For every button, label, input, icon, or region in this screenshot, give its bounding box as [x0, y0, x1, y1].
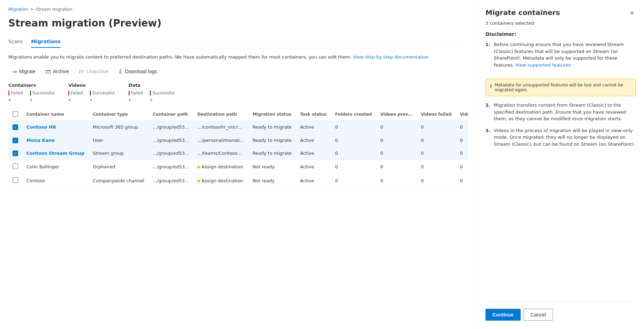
- cell-videos_failed: 0: [417, 121, 456, 134]
- disclaimer-num-2: 2.: [485, 102, 491, 122]
- disclaimer-num-3: 3.: [485, 127, 491, 148]
- cell-folders_created: 0: [331, 174, 376, 188]
- warning-banner: ℹ Metadata for unsupported features will…: [485, 79, 636, 96]
- cell-container_path: .../group/ed53...: [148, 174, 193, 188]
- cell-name: Contoso HR: [22, 121, 89, 134]
- cell-videos_failed: 0: [417, 174, 456, 188]
- disclaimer-text-3: Videos in the process of migration will …: [494, 127, 636, 148]
- table-row[interactable]: ✓Mona KaneUser.../group/ed53....../perso…: [8, 134, 468, 147]
- panel-footer: Continue Cancel: [485, 301, 636, 321]
- disclaimer-text-2: Migration transfers content from Stream …: [494, 102, 636, 122]
- side-panel: Migrate containers ✕ 3 containers select…: [477, 0, 644, 329]
- cell-destination_path: .../contosohr_micr...: [193, 121, 248, 134]
- table-row[interactable]: ContosoCompanywide channel.../group/ed53…: [8, 174, 468, 188]
- videos-stats: Videos Failed - Successful -: [68, 83, 114, 103]
- table-row[interactable]: ✓Contoso Stream GroupStream group.../gro…: [8, 147, 468, 160]
- warning-icon: ℹ: [490, 83, 492, 89]
- breadcrumb-parent[interactable]: Migration: [8, 7, 28, 12]
- cell-type: Microsoft 365 group: [89, 121, 148, 134]
- table-row[interactable]: ✓Contoso HRMicrosoft 365 group.../group/…: [8, 121, 468, 134]
- page-title: Stream migration (Preview): [8, 17, 468, 29]
- cell-destination_path: Assign destination: [193, 174, 248, 188]
- cell-type: Stream group: [89, 147, 148, 160]
- select-all-checkbox[interactable]: [13, 111, 18, 117]
- description: Migrations enable you to migrate content…: [8, 54, 468, 61]
- migrate-button[interactable]: ⇨ Migrate: [8, 66, 40, 77]
- disclaimer-item-3: 3. Videos in the process of migration wi…: [485, 127, 636, 148]
- cancel-button[interactable]: Cancel: [523, 309, 553, 321]
- cell-videos_prev: 0: [376, 147, 417, 160]
- th-migration-status: Migration status: [248, 108, 296, 121]
- unarchive-icon: 🗁: [79, 68, 84, 75]
- selected-count: 3 containers selected: [485, 21, 636, 26]
- cell-folders_created: 0: [331, 121, 376, 134]
- cell-task_status: Active: [296, 134, 331, 147]
- unarchive-button[interactable]: 🗁 Unarchive: [75, 66, 113, 77]
- row-checkbox-2[interactable]: ✓: [13, 151, 18, 156]
- row-checkbox-0[interactable]: ✓: [13, 124, 18, 130]
- cell-videos_failed: 0: [417, 147, 456, 160]
- row-checkbox-1[interactable]: ✓: [13, 138, 18, 143]
- cell-videos_succ: 0: [456, 174, 468, 188]
- tab-scans[interactable]: Scans: [8, 36, 23, 48]
- cell-name: Contoso Stream Group: [22, 147, 89, 160]
- tab-migrations[interactable]: Migrations: [31, 36, 61, 48]
- cell-destination_path: Assign destination: [193, 160, 248, 174]
- th-destination-path: Destination path: [193, 108, 248, 121]
- table-container: Container name Container type Container …: [8, 108, 468, 188]
- data-failed-stat: Failed -: [129, 91, 143, 103]
- videos-failed-stat: Failed -: [68, 91, 83, 103]
- view-docs-link[interactable]: View step by step documentation: [353, 54, 429, 60]
- cell-migration_status: Ready to migrate: [248, 147, 296, 160]
- containers-failed-stat: Failed -: [8, 91, 23, 103]
- migrate-icon: ⇨: [13, 68, 17, 75]
- data-successful-stat: Successful -: [150, 91, 174, 103]
- cell-name: Colin Ballinger: [22, 160, 89, 174]
- cell-videos_prev: 0: [376, 134, 417, 147]
- videos-successful-stat: Successful -: [90, 91, 114, 103]
- row-checkbox-3[interactable]: [13, 163, 18, 169]
- cell-videos_succ: 0: [456, 121, 468, 134]
- cell-container_path: .../group/ed53...: [148, 121, 193, 134]
- archive-icon: 🗃: [45, 68, 51, 75]
- cell-task_status: Active: [296, 147, 331, 160]
- cell-type: Orphaned: [89, 160, 148, 174]
- cell-videos_prev: 0: [376, 121, 417, 134]
- cell-type: User: [89, 134, 148, 147]
- cell-name: Mona Kane: [22, 134, 89, 147]
- warning-dot: [197, 166, 200, 168]
- cell-folders_created: 0: [331, 147, 376, 160]
- containers-successful-stat: Successful -: [30, 91, 54, 103]
- warning-text: Metadata for unsupported features will b…: [495, 83, 631, 92]
- cell-videos_prev: 0: [376, 160, 417, 174]
- th-container-name: Container name: [22, 108, 89, 121]
- cell-folders_created: 0: [331, 134, 376, 147]
- cell-videos_succ: 0: [456, 160, 468, 174]
- archive-button[interactable]: 🗃 Archive: [41, 66, 74, 77]
- disclaimer-list: 1. Before continuing ensure that you hav…: [485, 41, 636, 73]
- cell-type: Companywide channel: [89, 174, 148, 188]
- th-container-path: Container path: [148, 108, 193, 121]
- cell-videos_succ: 0: [456, 147, 468, 160]
- cell-videos_prev: 0: [376, 174, 417, 188]
- download-logs-button[interactable]: ⇩ Download logs: [114, 66, 161, 77]
- cell-container_path: .../group/ed53...: [148, 134, 193, 147]
- toolbar: ⇨ Migrate 🗃 Archive 🗁 Unarchive ⇩ Downlo…: [8, 66, 468, 77]
- breadcrumb-current: Stream migration: [36, 7, 72, 12]
- disclaimer-num-1: 1.: [485, 41, 491, 68]
- row-checkbox-4[interactable]: [13, 177, 18, 183]
- table-row[interactable]: Colin BallingerOrphaned.../group/ed53...…: [8, 160, 468, 174]
- side-panel-title: Migrate containers: [485, 8, 560, 17]
- cell-videos_succ: 0: [456, 134, 468, 147]
- continue-button[interactable]: Continue: [485, 309, 521, 321]
- disclaimer-list-2: 2. Migration transfers content from Stre…: [485, 102, 636, 152]
- cell-name: Contoso: [22, 174, 89, 188]
- disclaimer-title: Disclaimer:: [485, 31, 636, 37]
- disclaimer-item-2: 2. Migration transfers content from Stre…: [485, 102, 636, 122]
- stats-section: Containers Failed - Successful - Videos …: [8, 83, 468, 103]
- tabs-container: Scans Migrations: [8, 36, 468, 48]
- close-panel-button[interactable]: ✕: [628, 8, 636, 18]
- view-supported-features-link[interactable]: View supported features: [515, 62, 571, 68]
- side-panel-header: Migrate containers ✕: [485, 8, 636, 18]
- th-checkbox[interactable]: [8, 108, 22, 121]
